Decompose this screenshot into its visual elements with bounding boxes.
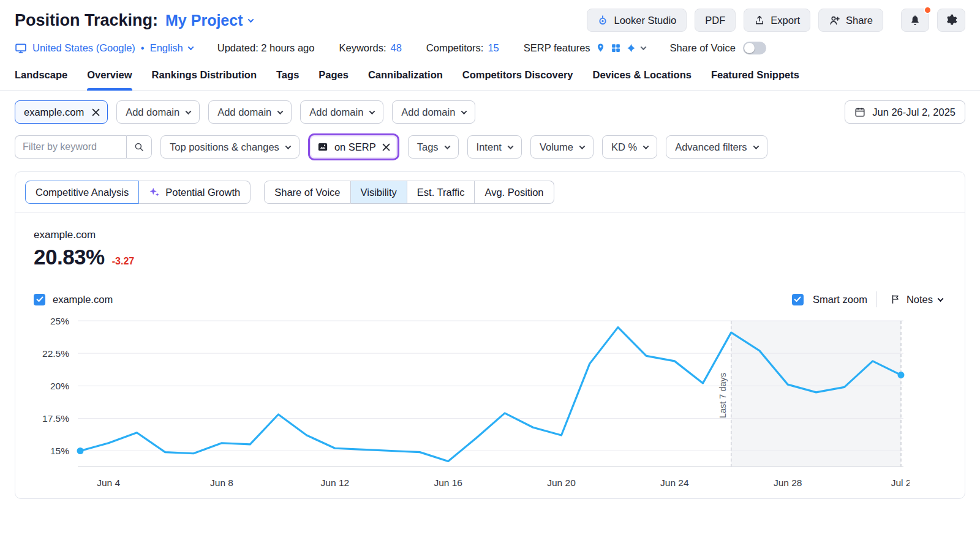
top-positions-dropdown[interactable]: Top positions & changes xyxy=(160,135,300,159)
looker-studio-label: Looker Studio xyxy=(614,15,676,26)
campaign-settings-link[interactable]: United States (Google) • English xyxy=(15,42,193,54)
notifications-button[interactable] xyxy=(901,9,929,32)
close-icon[interactable] xyxy=(382,143,390,151)
share-of-voice-tab[interactable]: Share of Voice xyxy=(264,181,350,204)
tab-tags[interactable]: Tags xyxy=(276,67,299,90)
metric-change-badge: -3.27 xyxy=(112,256,134,267)
chevron-down-icon xyxy=(277,108,284,114)
search-icon xyxy=(134,141,145,152)
potential-growth-button[interactable]: Potential Growth xyxy=(139,181,251,204)
volume-dropdown[interactable]: Volume xyxy=(530,135,594,159)
tab-rankings-distribution[interactable]: Rankings Distribution xyxy=(152,67,257,90)
add-domain-label: Add domain xyxy=(309,107,363,118)
featured-snippet-diamond-icon xyxy=(626,43,636,53)
svg-text:22.5%: 22.5% xyxy=(42,348,69,359)
active-domain-chip[interactable]: example.com xyxy=(15,100,108,124)
on-serp-filter-chip[interactable]: on SERP xyxy=(311,137,396,157)
smart-zoom-checkbox[interactable] xyxy=(792,294,804,305)
tab-competitors-discovery[interactable]: Competitors Discovery xyxy=(462,67,573,90)
chevron-down-icon xyxy=(938,296,944,302)
flag-icon xyxy=(890,294,901,305)
tab-featured-snippets[interactable]: Featured Snippets xyxy=(711,67,799,90)
tab-landscape[interactable]: Landscape xyxy=(15,67,67,90)
visibility-line-chart[interactable]: 15%17.5%20%22.5%25%Last 7 daysJun 4Jun 8… xyxy=(28,313,910,492)
notes-label: Notes xyxy=(907,294,933,305)
date-range-label: Jun 26-Jul 2, 2025 xyxy=(872,107,956,118)
svg-text:Jun 12: Jun 12 xyxy=(321,477,350,488)
chevron-down-icon xyxy=(461,108,467,114)
chevron-down-icon xyxy=(444,143,450,149)
check-icon xyxy=(794,296,801,302)
notification-dot xyxy=(924,6,932,14)
share-of-voice-toggle[interactable] xyxy=(743,42,766,54)
on-serp-label: on SERP xyxy=(334,141,376,153)
position-tracking-page: Position Tracking: My Project Looker Stu… xyxy=(0,0,980,499)
add-domain-dropdown-4[interactable]: Add domain xyxy=(392,100,475,124)
serp-features-group[interactable]: SERP features xyxy=(524,42,646,54)
series-legend-label: example.com xyxy=(53,294,113,305)
chevron-down-icon xyxy=(285,143,291,149)
intent-dropdown[interactable]: Intent xyxy=(467,135,522,159)
looker-studio-icon xyxy=(597,15,608,26)
serp-features-label: SERP features xyxy=(524,42,590,54)
add-domain-dropdown-1[interactable]: Add domain xyxy=(116,100,200,124)
campaign-meta-row: United States (Google) • English Updated… xyxy=(15,42,965,54)
keywords-count-link[interactable]: 48 xyxy=(390,42,401,54)
svg-text:20%: 20% xyxy=(50,381,69,391)
advanced-filters-dropdown[interactable]: Advanced filters xyxy=(666,135,767,159)
tab-cannibalization[interactable]: Cannibalization xyxy=(368,67,443,90)
est-traffic-tab[interactable]: Est. Traffic xyxy=(407,181,475,204)
domain-filter-row: example.com Add domain Add domain Add do… xyxy=(15,100,965,124)
settings-button[interactable] xyxy=(937,9,965,32)
series-checkbox[interactable] xyxy=(34,294,45,305)
keyword-search-button[interactable] xyxy=(126,135,152,159)
tab-devices-locations[interactable]: Devices & Locations xyxy=(593,67,692,90)
visibility-chart-area[interactable]: 15%17.5%20%22.5%25%Last 7 daysJun 4Jun 8… xyxy=(15,313,965,492)
competitive-analysis-button[interactable]: Competitive Analysis xyxy=(25,181,139,204)
tab-pages[interactable]: Pages xyxy=(318,67,349,90)
competitors-count-link[interactable]: 15 xyxy=(488,42,499,54)
visibility-tab[interactable]: Visibility xyxy=(351,181,407,204)
header-bar: Position Tracking: My Project Looker Stu… xyxy=(15,9,965,32)
keyword-filter-input[interactable] xyxy=(15,135,126,159)
add-domain-dropdown-3[interactable]: Add domain xyxy=(300,100,383,124)
competitive-analysis-label: Competitive Analysis xyxy=(36,187,129,198)
panel-toolbar: Competitive Analysis Potential Growth Sh… xyxy=(15,172,965,213)
project-selector[interactable]: My Project xyxy=(165,12,253,29)
export-label: Export xyxy=(771,15,800,26)
avg-position-tab[interactable]: Avg. Position xyxy=(475,181,554,204)
chevron-down-icon xyxy=(640,44,646,50)
kd-dropdown[interactable]: KD % xyxy=(602,135,657,159)
visibility-metric-block: example.com 20.83% -3.27 xyxy=(34,229,965,269)
advanced-filters-label: Advanced filters xyxy=(675,141,747,153)
bell-icon xyxy=(909,14,921,26)
share-button[interactable]: Share xyxy=(818,9,883,32)
add-domain-label: Add domain xyxy=(401,107,455,118)
language-label: English xyxy=(150,42,183,54)
check-icon xyxy=(36,296,43,302)
chevron-down-icon xyxy=(643,143,649,149)
competitors-stat: Competitors: 15 xyxy=(426,42,499,54)
export-button[interactable]: Export xyxy=(744,9,810,32)
tab-overview[interactable]: Overview xyxy=(87,67,132,90)
svg-text:Jul 2: Jul 2 xyxy=(891,477,910,488)
smart-zoom-label: Smart zoom xyxy=(813,294,867,305)
date-range-picker[interactable]: Jun 26-Jul 2, 2025 xyxy=(845,100,965,124)
notes-button[interactable]: Notes xyxy=(886,293,946,306)
overview-panel: Competitive Analysis Potential Growth Sh… xyxy=(15,171,965,499)
looker-studio-button[interactable]: Looker Studio xyxy=(587,9,687,32)
share-of-voice-label: Share of Voice xyxy=(670,42,736,54)
pdf-button[interactable]: PDF xyxy=(695,9,736,32)
tags-dropdown[interactable]: Tags xyxy=(408,135,459,159)
close-icon[interactable] xyxy=(92,108,100,116)
chevron-down-icon xyxy=(507,143,513,149)
add-domain-label: Add domain xyxy=(217,107,271,118)
competitors-label: Competitors: xyxy=(426,42,484,54)
location-pin-icon xyxy=(595,43,606,53)
series-legend-item[interactable]: example.com xyxy=(34,294,113,305)
add-domain-dropdown-2[interactable]: Add domain xyxy=(208,100,292,124)
svg-text:Jun 20: Jun 20 xyxy=(547,477,576,488)
metric-value: 20.83% xyxy=(34,245,105,269)
volume-label: Volume xyxy=(540,141,573,153)
svg-text:Jun 8: Jun 8 xyxy=(210,477,233,488)
